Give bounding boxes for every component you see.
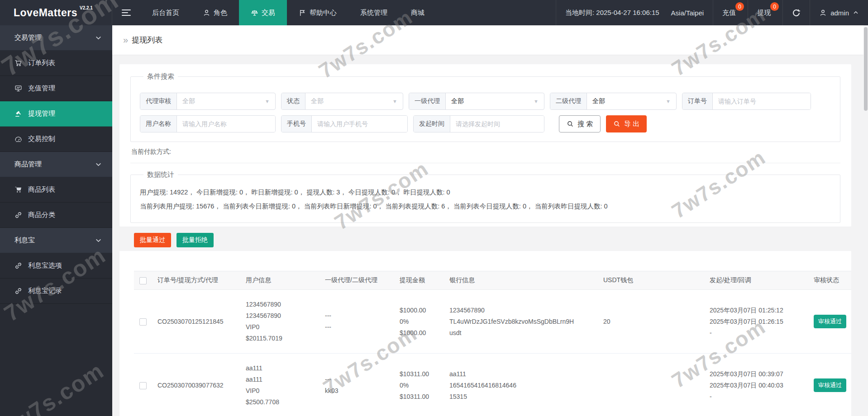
breadcrumb-chevrons-icon: » bbox=[123, 35, 128, 45]
status-select[interactable]: 状态 全部▼ bbox=[281, 93, 403, 110]
chevron-down-icon bbox=[95, 236, 102, 244]
user-info: aa111aa111 VIP0$2500.7708 bbox=[246, 363, 314, 408]
sidebar-group-interest-treasure[interactable]: 利息宝 bbox=[0, 228, 112, 253]
time-info: 2025年03月07日 00:39:072025年03月07日 00:40:03… bbox=[710, 369, 803, 402]
gauge-icon bbox=[14, 135, 22, 143]
row-checkbox[interactable] bbox=[139, 382, 147, 389]
usdt-wallet bbox=[598, 354, 704, 416]
content-area: 条件搜索 代理审核 全部▼ 状态 全部▼ 一级代理 全部▼ bbox=[112, 55, 868, 416]
sidebar-item-product-category[interactable]: 商品分类 bbox=[0, 203, 112, 228]
app-logo: LoveMatters V2.2.1 bbox=[0, 0, 112, 25]
agent-info: ------ bbox=[325, 310, 389, 333]
col-user-info: 用户信息 bbox=[240, 271, 320, 290]
col-agents: 一级代理/二级代理 bbox=[320, 271, 394, 290]
withdraw-table-card: 订单号/提现方式/代理 用户信息 一级代理/二级代理 提现金额 银行信息 USD… bbox=[119, 251, 851, 416]
nav-item-roles[interactable]: 角色 bbox=[191, 0, 239, 25]
main-area: » 提现列表 条件搜索 代理审核 全部▼ 状态 全部▼ 一级代理 bbox=[112, 25, 868, 416]
search-conditions-fieldset: 条件搜索 代理审核 全部▼ 状态 全部▼ 一级代理 全部▼ bbox=[130, 72, 840, 142]
breadcrumb: » 提现列表 bbox=[112, 25, 868, 55]
scales-icon bbox=[251, 9, 258, 17]
dropdown-caret-icon: ▼ bbox=[392, 99, 397, 104]
dropdown-caret-icon: ▼ bbox=[265, 99, 270, 104]
start-time-field: 发起时间 bbox=[413, 115, 544, 132]
batch-actions: 批量通过 批量拒绝 bbox=[134, 233, 851, 247]
export-button[interactable]: 导 出 bbox=[606, 115, 647, 132]
nav-item-system[interactable]: 系统管理 bbox=[348, 0, 399, 25]
recharge-count-badge: 0 bbox=[735, 2, 744, 11]
sidebar-item-recharge-management[interactable]: 充值管理 bbox=[0, 76, 112, 101]
page-title: 提现列表 bbox=[132, 35, 162, 45]
sidebar: 交易管理 订单列表 充值管理 提现管理 交易控制 商品管理 商品列表 商品分类 … bbox=[0, 25, 112, 416]
sidebar-group-product-management[interactable]: 商品管理 bbox=[0, 152, 112, 177]
user-icon bbox=[819, 9, 827, 17]
usdt-wallet: 20 bbox=[598, 290, 704, 354]
batch-approve-button[interactable]: 批量通过 bbox=[134, 233, 171, 247]
start-time-input[interactable] bbox=[450, 116, 544, 132]
sidebar-item-product-list[interactable]: 商品列表 bbox=[0, 177, 112, 203]
search-conditions-legend: 条件搜索 bbox=[143, 72, 178, 81]
filter-card: 条件搜索 代理审核 全部▼ 状态 全部▼ 一级代理 全部▼ bbox=[119, 64, 851, 227]
data-statistics-fieldset: 数据统计 用户提现: 14922， 今日新增提现: 0， 昨日新增提现: 0， … bbox=[130, 170, 840, 223]
level2-agent-select[interactable]: 二级代理 全部▼ bbox=[550, 93, 677, 110]
row-checkbox[interactable] bbox=[139, 318, 147, 326]
cart-icon bbox=[14, 59, 22, 67]
board-icon bbox=[14, 85, 22, 92]
level1-agent-select[interactable]: 一级代理 全部▼ bbox=[409, 93, 544, 110]
username-field: 用户名称 bbox=[140, 115, 276, 132]
timezone: Asia/Taipei bbox=[668, 0, 713, 25]
order-no: CO2503070125121845 bbox=[152, 290, 240, 354]
col-bank-info: 银行信息 bbox=[444, 271, 598, 290]
nav-item-dashboard[interactable]: 后台首页 bbox=[140, 0, 191, 25]
filter-row-1: 代理审核 全部▼ 状态 全部▼ 一级代理 全部▼ 二级代理 全部▼ bbox=[140, 93, 831, 110]
withdraw-table: 订单号/提现方式/代理 用户信息 一级代理/二级代理 提现金额 银行信息 USD… bbox=[134, 271, 851, 416]
sidebar-item-order-list[interactable]: 订单列表 bbox=[0, 51, 112, 76]
data-statistics-legend: 数据统计 bbox=[143, 170, 178, 179]
nav-item-trade[interactable]: 交易 bbox=[239, 0, 287, 25]
sidebar-item-trade-control[interactable]: 交易控制 bbox=[0, 127, 112, 152]
col-order: 订单号/提现方式/代理 bbox=[152, 271, 240, 290]
vertical-scrollbar-thumb[interactable] bbox=[864, 27, 868, 111]
link-icon bbox=[14, 287, 22, 295]
sidebar-toggle-button[interactable] bbox=[112, 0, 140, 25]
top-navbar: LoveMatters V2.2.1 后台首页 角色 交易 帮助中心 系统管理 … bbox=[0, 0, 868, 25]
user-info: 12345678901234567890 VIP0$20115.7019 bbox=[246, 299, 314, 344]
amount-info: $1000.000% $1000.00 bbox=[400, 305, 439, 339]
withdraw-nav-button[interactable]: 提现 0 bbox=[748, 0, 782, 25]
recharge-nav-button[interactable]: 充值 0 bbox=[713, 0, 748, 25]
vertical-scrollbar[interactable] bbox=[863, 25, 868, 416]
sidebar-item-interest-records[interactable]: 利息宝记录 bbox=[0, 279, 112, 304]
hamburger-icon bbox=[122, 8, 131, 18]
sidebar-item-withdraw-management[interactable]: 提现管理 bbox=[0, 101, 112, 127]
link-icon bbox=[14, 262, 22, 269]
order-no-input[interactable] bbox=[713, 93, 811, 109]
username-input[interactable] bbox=[177, 116, 275, 132]
search-icon bbox=[567, 120, 574, 128]
refresh-button[interactable] bbox=[783, 0, 810, 25]
local-time: 当地时间: 2025-04-27 16:06:15 bbox=[556, 0, 668, 25]
select-all-checkbox[interactable] bbox=[139, 277, 147, 284]
filter-row-2: 用户名称 手机号 发起时间 搜 索 bbox=[140, 115, 831, 132]
sidebar-group-trade-management[interactable]: 交易管理 bbox=[0, 25, 112, 51]
phone-field: 手机号 bbox=[281, 115, 408, 132]
status-badge: 审核通过 bbox=[814, 315, 846, 328]
user-menu[interactable]: admin bbox=[810, 0, 868, 25]
refresh-icon bbox=[792, 9, 801, 17]
user-name: admin bbox=[830, 9, 849, 17]
phone-input[interactable] bbox=[312, 116, 407, 132]
nav-item-mall[interactable]: 商城 bbox=[399, 0, 436, 25]
link-icon bbox=[14, 211, 22, 219]
sidebar-item-interest-options[interactable]: 利息宝选项 bbox=[0, 253, 112, 279]
batch-reject-button[interactable]: 批量拒绝 bbox=[176, 233, 214, 247]
dropdown-caret-icon: ▼ bbox=[666, 99, 671, 104]
app-logo-text: LoveMatters bbox=[14, 7, 77, 19]
col-audit-status: 审核状态 bbox=[808, 271, 851, 290]
time-info: 2025年03月07日 01:25:122025年03月07日 01:26:15… bbox=[710, 305, 803, 339]
status-badge: 审核通过 bbox=[814, 378, 846, 392]
agent-audit-select[interactable]: 代理审核 全部▼ bbox=[140, 93, 276, 110]
chevron-down-icon bbox=[95, 34, 102, 42]
stats-line-1: 用户提现: 14922， 今日新增提现: 0， 昨日新增提现: 0， 提现人数:… bbox=[140, 185, 831, 199]
nav-item-help-center[interactable]: 帮助中心 bbox=[287, 0, 348, 25]
search-button[interactable]: 搜 索 bbox=[559, 115, 601, 132]
table-row: CO2503070039077632 aa111aa111 VIP0$2500.… bbox=[134, 354, 851, 416]
dropdown-caret-icon: ▼ bbox=[534, 99, 539, 104]
